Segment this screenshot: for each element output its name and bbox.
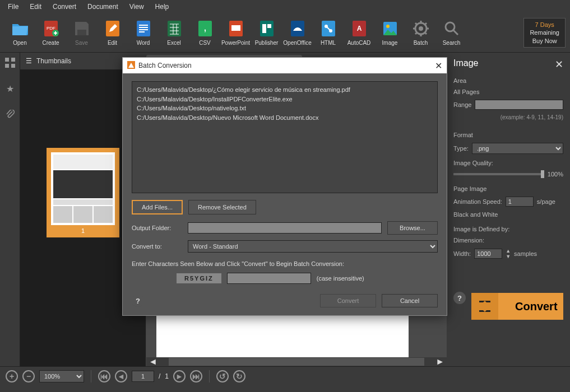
file-item[interactable]: C:/Users/Malavida/Desktop/¿Cómo elegir s… [137,85,433,95]
search-button[interactable]: Search [436,15,467,51]
last-page-icon[interactable]: ⏭ [190,370,202,382]
batch-conversion-dialog: Batch Conversion ✕ C:/Users/Malavida/Des… [122,57,447,316]
svg-rect-10 [231,25,240,31]
captcha-code: R5YGIZ [177,273,221,283]
conversion-panel: ✕ Image Area All Pages Range (example: 4… [447,53,570,366]
zoom-in-icon[interactable]: + [6,370,18,382]
svg-rect-26 [11,58,15,62]
publisher-button[interactable]: Publisher [251,15,282,51]
convert-to-select[interactable]: Word - Standard [188,240,438,253]
csv-icon: , [196,20,214,38]
rotate-left-icon[interactable]: ↺ [216,370,229,382]
svg-rect-27 [5,64,9,68]
help-icon[interactable]: ? [453,292,466,304]
html-button[interactable]: HTML [313,15,344,51]
menu-help[interactable]: Help [150,1,175,13]
format-section-label: Format [453,132,563,138]
image-label: Image [382,40,398,46]
panel-close-icon[interactable]: ✕ [555,58,563,71]
quality-slider[interactable] [453,173,544,175]
remove-selected-button[interactable]: Remove Selected [188,200,256,214]
publisher-label: Publisher [255,40,279,46]
view-thumbnails-icon[interactable] [2,55,18,71]
attachment-icon[interactable] [2,106,18,122]
captcha-prompt: Enter Characters Seen Below and Click "C… [132,260,438,267]
pencil-icon [104,20,122,38]
dialog-body: C:/Users/Malavida/Desktop/¿Cómo elegir s… [123,73,447,315]
main-toolbar: Open PDFCreate Save Edit Word Excel ,CSV… [0,13,570,53]
menu-document[interactable]: Document [82,1,124,13]
svg-rect-13 [267,24,271,28]
menu-view[interactable]: View [124,1,150,13]
open-button[interactable]: Open [4,15,35,51]
zoom-out-icon[interactable]: − [22,370,35,382]
file-item[interactable]: C:/Users/Malavida/Desktop/InstallPDFConv… [137,95,433,104]
menu-file[interactable]: File [2,1,24,13]
scroll-left-icon[interactable]: ◄ [146,357,160,366]
trial-badge[interactable]: 7 Days Remaining Buy Now [523,18,566,48]
range-option[interactable]: Range [453,100,563,110]
svg-text:,: , [204,24,206,32]
menu-convert[interactable]: Convert [47,1,82,13]
zoom-select[interactable]: 100% [39,370,84,382]
powerpoint-icon [227,20,245,38]
horizontal-scrollbar[interactable]: ◄ ► [146,357,447,366]
csv-button[interactable]: ,CSV [189,15,220,51]
dialog-help-icon[interactable]: ? [132,295,144,307]
excel-button[interactable]: Excel [159,15,189,51]
file-item[interactable]: C:/Users/Malavida/Desktop/nativelog.txt [137,104,433,113]
menu-edit[interactable]: Edit [24,1,47,13]
batch-gear-icon [412,20,430,38]
prev-page-icon[interactable]: ◄ [115,370,127,382]
word-icon [135,20,152,38]
app-icon [127,61,135,71]
type-select[interactable]: .png [472,143,563,154]
range-input[interactable] [475,100,563,110]
page-number-input[interactable] [132,371,154,382]
hamburger-icon[interactable]: ☰ [26,57,32,65]
width-input[interactable] [474,249,502,259]
captcha-input[interactable] [227,273,311,284]
first-page-icon[interactable]: ⏮ [98,370,110,382]
next-page-icon[interactable]: ► [173,370,186,382]
create-button[interactable]: PDFCreate [35,15,66,51]
dialog-cancel-button[interactable]: Cancel [382,294,438,307]
word-label: Word [137,40,150,46]
file-list[interactable]: C:/Users/Malavida/Desktop/¿Cómo elegir s… [132,81,438,193]
svg-rect-11 [260,21,274,36]
convert-button[interactable]: Convert [471,293,563,320]
dialog-convert-button[interactable]: Convert [320,294,376,307]
bw-option[interactable]: Black and White [453,211,563,218]
edit-button[interactable]: Edit [97,15,128,51]
convert-icon [471,293,498,320]
allpages-option[interactable]: All Pages [453,88,563,95]
svg-text:A: A [356,25,362,32]
output-folder-input[interactable] [188,222,382,234]
csv-label: CSV [199,40,211,46]
scrollbar-track[interactable] [169,358,424,366]
openoffice-button[interactable]: OpenOffice [282,15,313,51]
bookmark-star-icon[interactable]: ★ [2,81,18,96]
word-button[interactable]: Word [128,15,159,51]
file-item[interactable]: C:/Users/Malavida/Desktop/Nuevo Microsof… [137,113,433,123]
image-button[interactable]: Image [374,15,405,51]
trial-buy: Buy Now [530,37,559,45]
trial-remaining: Remaining [530,29,559,36]
browse-button[interactable]: Browse... [387,221,438,235]
batch-button[interactable]: Batch [405,15,436,51]
dialog-close-icon[interactable]: ✕ [435,60,442,71]
page-thumbnail[interactable]: 1 [47,148,119,237]
autocad-button[interactable]: AAutoCAD [344,15,374,51]
thumbnails-label: Thumbnails [36,57,71,65]
scroll-right-icon[interactable]: ► [433,357,447,366]
output-folder-label: Output Folder: [132,225,182,231]
convert-label: Convert [515,300,558,313]
dimension-option[interactable]: Dimension: [453,237,563,244]
powerpoint-button[interactable]: PowerPoint [220,15,251,51]
captcha-hint: (case insensitive) [317,275,364,282]
add-files-button[interactable]: Add Files... [132,200,183,214]
anim-speed-input[interactable] [506,197,534,207]
quality-label: Image Quality: [453,160,563,166]
dialog-title: Batch Conversion [138,62,192,69]
rotate-right-icon[interactable]: ↻ [233,370,245,382]
